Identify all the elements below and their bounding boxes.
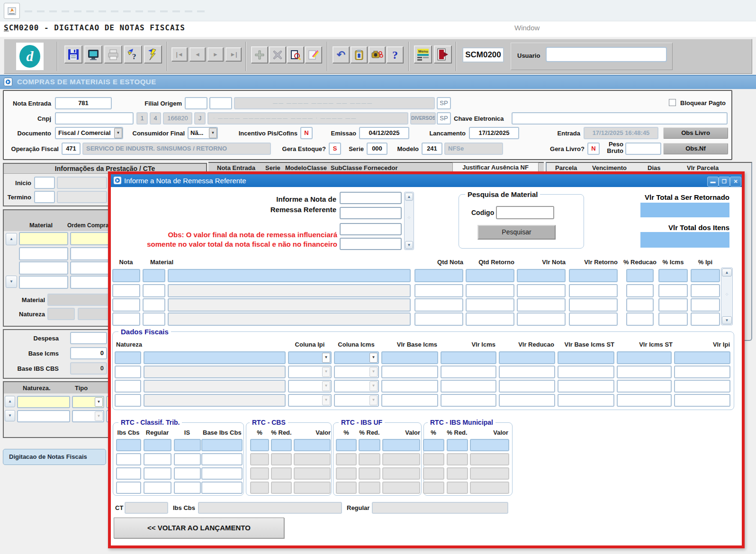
clipboard-button[interactable] [351,46,368,63]
rtc-classif-cell[interactable] [174,439,201,451]
codigo-input[interactable] [496,206,554,219]
remessa-grid-cell[interactable] [626,298,654,312]
scroll-up-button[interactable]: ▲ [405,193,413,201]
remessa-grid-cell[interactable] [658,269,688,282]
remessa-grid-cell[interactable] [466,313,514,326]
consumidor-dropdown-arrow[interactable]: ▼ [209,128,217,138]
natureza-scroll-up[interactable]: ▲ [5,396,15,407]
dados-fiscais-cell[interactable] [115,394,141,407]
remessa-grid-cell[interactable] [112,313,140,326]
rtc-ibs-mun-cell[interactable] [447,453,468,465]
remessa-grid-cell[interactable] [466,298,514,312]
menu-item-window[interactable]: Window [514,24,540,32]
dados-fiscais-cell[interactable] [381,351,438,364]
rtc-cbs-cell[interactable] [271,439,292,451]
natureza-grid-cell[interactable]: ▼ [72,410,104,422]
nav-first-button[interactable]: |◄ [171,47,188,62]
rtc-ibs-mun-cell[interactable] [447,482,468,494]
remessa-grid-cell[interactable] [569,284,618,297]
cnpj-input[interactable] [55,112,134,125]
dados-fiscais-cell[interactable] [617,380,672,393]
remessa-grid-cell[interactable] [143,298,165,312]
dados-fiscais-cell[interactable] [144,380,286,393]
remessa-grid-cell[interactable] [517,284,566,297]
dados-fiscais-cell[interactable] [441,366,496,378]
rtc-cbs-cell[interactable] [294,482,331,494]
remessa-grid-cell[interactable] [569,298,618,312]
filial-origem-input-1[interactable] [185,97,207,109]
dados-fiscais-cell[interactable]: ▼ [288,394,332,407]
rtc-classif-cell[interactable] [201,467,243,480]
remessa-grid-cell[interactable] [691,298,720,312]
remessa-grid-cell[interactable] [414,269,463,282]
rtc-classif-cell[interactable] [144,453,171,465]
usuario-input[interactable] [546,47,667,62]
rtc-ibs-mun-cell[interactable] [470,453,509,465]
rtc-cbs-cell[interactable] [294,453,331,465]
documento-dropdown-arrow[interactable]: ▼ [114,128,122,138]
nav-prev-button[interactable]: ◄ [189,47,206,62]
remessa-grid-cell[interactable] [517,269,566,282]
config-help-button[interactable]: ? [124,45,142,63]
dados-fiscais-cell[interactable]: ▼ [334,394,379,407]
dados-fiscais-cell[interactable]: ▼ [334,380,379,393]
serie-input[interactable]: 000 [367,143,387,155]
nota-remessa-input-2[interactable] [340,207,402,219]
rtc-ibs-uf-cell[interactable] [359,467,380,480]
dados-fiscais-cell[interactable] [674,394,730,407]
inicio-input[interactable] [34,177,55,189]
bloquear-pagto-checkbox[interactable] [669,99,676,106]
dados-fiscais-cell[interactable] [617,366,672,378]
remessa-grid-cell[interactable] [658,298,688,312]
obs-nf-button[interactable]: Obs.Nf [663,143,728,154]
remessa-grid-cell[interactable] [691,313,720,326]
dados-fiscais-cell[interactable]: ▼ [334,366,379,378]
natureza-grid-cell[interactable] [17,410,70,422]
rtc-cbs-cell[interactable] [250,439,269,451]
remessa-grid-cell[interactable] [168,284,411,297]
print-button[interactable] [104,45,122,63]
rtc-ibs-uf-cell[interactable] [382,467,420,480]
remessa-grid-cell[interactable] [414,313,463,326]
dados-fiscais-cell[interactable] [381,366,438,378]
rtc-classif-cell[interactable] [144,439,171,451]
remessa-grid-cell[interactable] [626,269,654,282]
nota-entrada-input[interactable]: 781 [55,97,112,109]
rtc-cbs-cell[interactable] [294,439,331,451]
rtc-cbs-cell[interactable] [271,467,292,480]
monitor-button[interactable] [84,45,102,63]
remessa-grid-cell[interactable] [691,269,720,282]
emissao-input[interactable]: 04/12/2025 [359,127,409,139]
grid-scroll-down[interactable]: ▼ [722,316,732,324]
rtc-ibs-mun-cell[interactable] [423,467,444,480]
despesa-input[interactable] [70,332,107,344]
app-icon-button[interactable] [4,3,20,19]
rtc-ibs-mun-cell[interactable] [470,439,509,451]
pesquisar-button[interactable]: Pesquisar [477,225,556,240]
rtc-ibs-uf-cell[interactable] [359,482,380,494]
rtc-cbs-cell[interactable] [271,453,292,465]
filial-origem-input-2[interactable] [209,97,232,109]
dados-fiscais-cell[interactable] [144,351,286,364]
remessa-grid-cell[interactable] [143,269,165,282]
rtc-ibs-uf-cell[interactable] [359,439,380,451]
rtc-ibs-uf-cell[interactable] [336,453,357,465]
dados-fiscais-cell[interactable]: ▼ [288,380,332,393]
lancamento-input[interactable]: 17/12/2025 [469,127,519,139]
dados-fiscais-cell[interactable] [674,366,730,378]
obs-livro-button[interactable]: Obs Livro [663,127,728,139]
rtc-classif-cell[interactable] [116,482,141,494]
dados-fiscais-cell[interactable] [558,351,614,364]
dados-fiscais-cell[interactable] [558,380,614,393]
rtc-ibs-uf-cell[interactable] [336,482,357,494]
dados-fiscais-cell[interactable] [558,366,614,378]
rtc-classif-cell[interactable] [174,467,201,480]
rtc-ibs-mun-cell[interactable] [447,467,468,480]
dados-fiscais-cell[interactable] [441,394,496,407]
dados-fiscais-cell[interactable] [441,351,496,364]
remessa-grid-cell[interactable] [112,284,140,297]
rtc-cbs-cell[interactable] [294,467,331,480]
dados-fiscais-cell[interactable] [499,380,555,393]
dados-fiscais-cell[interactable] [441,380,496,393]
voltar-button[interactable]: << VOLTAR AO LANÇAMENTO [114,518,284,538]
